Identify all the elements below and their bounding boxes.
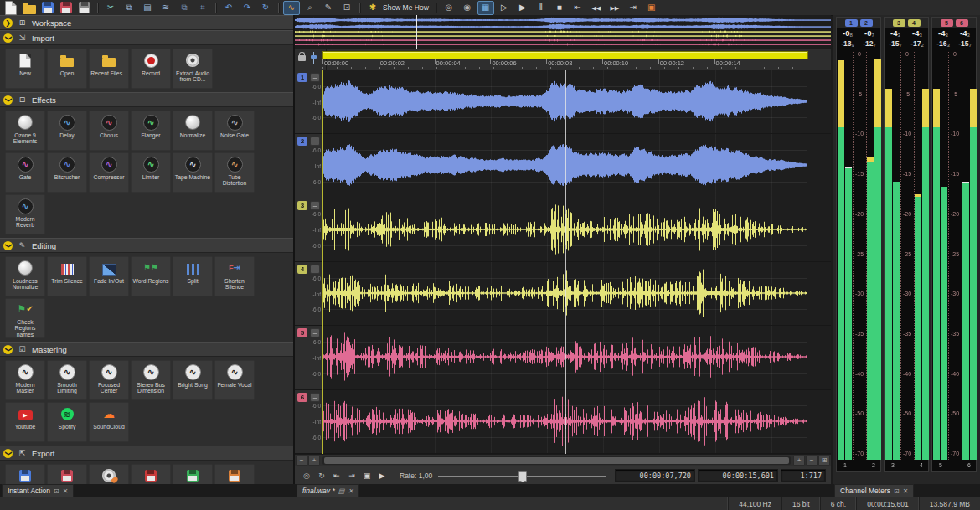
action-split[interactable]: Split	[173, 256, 213, 296]
forward-button[interactable]: ▶▶	[606, 1, 623, 15]
record-options-button[interactable]: ▣	[643, 1, 660, 15]
waveform-editor-button[interactable]: ∿	[283, 1, 300, 15]
channel-badge-4[interactable]: 4	[297, 265, 307, 274]
action-open[interactable]: Open	[47, 49, 87, 89]
action-youtube[interactable]: Youtube	[131, 464, 171, 484]
minimize-channel-4-button[interactable]: –	[310, 265, 320, 274]
channel-badge-5[interactable]: 5	[941, 19, 953, 27]
action-spotify[interactable]: ≋Spotify	[47, 402, 87, 442]
record-button[interactable]: ◎	[300, 469, 313, 482]
action-smooth-limiting[interactable]: ∿Smooth Limiting	[47, 360, 87, 400]
copy-button[interactable]: ⧉	[121, 1, 137, 15]
zoom-tool-button[interactable]: ⌕	[302, 1, 318, 15]
action-chorus[interactable]: ∿Chorus	[89, 111, 129, 151]
stop-button[interactable]: ▣	[360, 469, 374, 482]
channel-badge-5[interactable]: 5	[297, 328, 307, 337]
action-normalize[interactable]: Normalize	[173, 111, 213, 151]
action-save-as[interactable]: Save As...	[47, 464, 87, 484]
action-gate[interactable]: ∿Gate	[5, 152, 45, 193]
chevron-down-icon[interactable]: ❮	[3, 33, 13, 43]
go-to-end-button[interactable]: ⇥	[345, 469, 358, 482]
play-button[interactable]: ▶	[375, 469, 389, 482]
overview-playhead[interactable]	[416, 15, 417, 49]
waveform-area-4[interactable]	[322, 262, 831, 325]
action-soundcloud[interactable]: ☁SoundCloud	[89, 402, 129, 442]
channel-badge-6[interactable]: 6	[297, 393, 307, 402]
selection-bar[interactable]	[322, 51, 808, 59]
go-to-end-button[interactable]: ⇥	[625, 1, 642, 15]
pencil-tool-button[interactable]: ✎	[320, 1, 337, 15]
fader-icon[interactable]	[310, 52, 317, 64]
action-soundcloud[interactable]: SoundCloud	[214, 464, 255, 484]
section-header-editing[interactable]: ❮✎Editing	[0, 238, 293, 253]
paste-button[interactable]: ▤	[139, 1, 156, 15]
channel-badge-2[interactable]: 2	[860, 19, 873, 27]
chevron-down-icon[interactable]: ❮	[3, 95, 13, 105]
waveform-area-1[interactable]	[322, 70, 831, 133]
zoom-in-button[interactable]: +	[793, 456, 805, 466]
tab-instant-action[interactable]: Instant Action ⊡ ✕	[2, 484, 74, 497]
action-female-vocal[interactable]: ∿Female Vocal	[214, 360, 255, 400]
zoom-out-time-button[interactable]: −	[296, 456, 307, 466]
play-button[interactable]: ▶	[514, 1, 531, 15]
rate-slider[interactable]	[438, 470, 606, 482]
open-file-button[interactable]	[21, 1, 38, 15]
action-new[interactable]: New	[5, 49, 45, 89]
action-flanger[interactable]: ∿Flanger	[131, 111, 171, 151]
action-bright-song[interactable]: ∿Bright Song	[173, 360, 213, 400]
paste-to-new-button[interactable]: ⧉	[176, 1, 193, 15]
minimize-channel-6-button[interactable]: –	[310, 393, 320, 402]
action-recent-files[interactable]: Recent Files...	[89, 49, 129, 89]
action-delay[interactable]: ∿Delay	[47, 111, 87, 151]
float-icon[interactable]: ⊡	[894, 487, 900, 495]
action-fade-in-out[interactable]: Fade In/Out	[89, 256, 129, 296]
chevron-right-icon[interactable]: ❯	[3, 18, 13, 28]
audio-settings-button[interactable]: ◉	[459, 1, 476, 15]
action-noise-gate[interactable]: ∿Noise Gate	[214, 111, 255, 151]
close-icon[interactable]: ✕	[63, 487, 69, 495]
chevron-down-icon[interactable]: ❮	[3, 241, 13, 250]
action-trim-silence[interactable]: Trim Silence	[47, 256, 87, 296]
play-all-button[interactable]: ▷	[496, 1, 513, 15]
action-bitcrusher[interactable]: ∿Bitcrusher	[47, 152, 87, 193]
channel-badge-6[interactable]: 6	[956, 19, 968, 27]
chevron-down-icon[interactable]: ❮	[3, 345, 13, 354]
minimize-channel-2-button[interactable]: –	[310, 137, 320, 146]
channel-badge-2[interactable]: 2	[297, 137, 307, 146]
loop-playback-button[interactable]: ↻	[315, 469, 328, 482]
rewind-button[interactable]: ◀◀	[588, 1, 605, 15]
action-modern-master[interactable]: ∿Modern Master	[5, 360, 45, 400]
action-compressor[interactable]: ∿Compressor	[89, 152, 129, 193]
undo-button[interactable]: ↶	[220, 1, 237, 15]
pause-button[interactable]: ‖	[533, 1, 549, 15]
section-header-import[interactable]: ❮⇲Import	[0, 30, 293, 45]
action-focused-center[interactable]: ∿Focused Center	[89, 360, 129, 400]
go-to-start-button[interactable]: ⇤	[330, 469, 343, 482]
mix-button[interactable]: ≋	[157, 1, 174, 15]
action-tape-machine[interactable]: ∿Tape Machine	[173, 152, 213, 193]
action-save[interactable]: Save	[5, 464, 45, 484]
zoom-fit-button[interactable]: ⊞	[818, 456, 830, 466]
tab-channel-meters[interactable]: Channel Meters ⊡ ✕	[834, 484, 914, 497]
save-all-button[interactable]	[76, 1, 93, 15]
chevron-down-icon[interactable]: ❮	[3, 449, 13, 458]
action-loudness-normalize[interactable]: Loudness Normalize	[5, 256, 45, 296]
action-modern-reverb[interactable]: ∿Modern Reverb	[5, 194, 45, 234]
channel-badge-3[interactable]: 3	[893, 19, 905, 27]
waveform-area-5[interactable]	[322, 326, 831, 389]
waveform-area-3[interactable]	[322, 198, 831, 261]
minimize-channel-5-button[interactable]: –	[310, 328, 320, 337]
redo-button[interactable]: ↷	[239, 1, 255, 15]
waveform-area-2[interactable]	[322, 134, 831, 197]
channel-badge-3[interactable]: 3	[297, 201, 307, 210]
action-ozone-9-elements[interactable]: Ozone 9 Elements	[5, 111, 45, 151]
action-tube-distortion[interactable]: ∿Tube Distortion	[214, 152, 255, 193]
minimize-channel-1-button[interactable]: –	[310, 73, 320, 82]
minimize-channel-3-button[interactable]: –	[310, 201, 320, 210]
section-header-effects[interactable]: ❮⊡Effects	[0, 92, 293, 107]
zoom-out-button[interactable]: −	[806, 456, 818, 466]
repeat-button[interactable]: ↻	[257, 1, 274, 15]
scrollbar-thumb[interactable]	[324, 457, 789, 464]
action-burn-cd[interactable]: Burn CD...	[89, 464, 129, 484]
action-stereo-bus-dimension[interactable]: ∿Stereo Bus Dimension	[131, 360, 171, 400]
